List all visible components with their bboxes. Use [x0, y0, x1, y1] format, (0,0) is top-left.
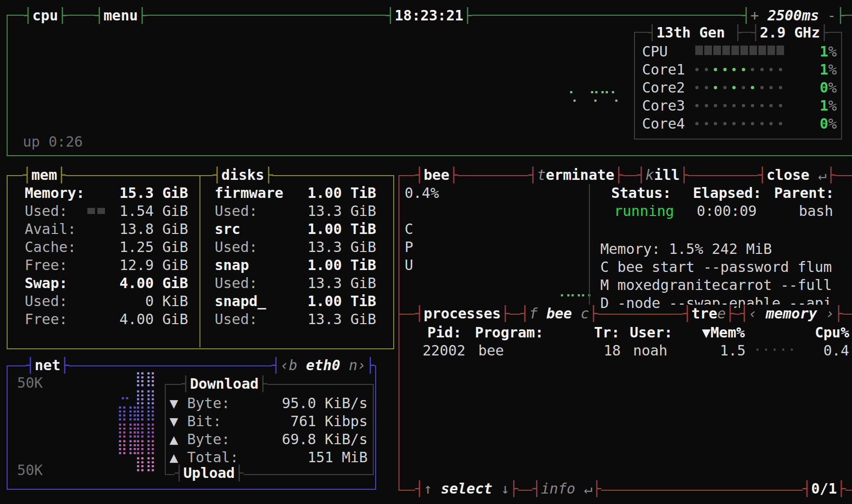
detail-title: ┤bee├ — [415, 166, 458, 184]
enter-key-icon: ↵ — [584, 480, 592, 497]
processes-panel-title[interactable]: ┤processes├ — [415, 305, 510, 323]
select-control[interactable]: ┤↑ select ↓├ — [415, 480, 518, 498]
net-panel-title[interactable]: ┤net├ — [26, 356, 69, 374]
refresh-plus-button[interactable]: + — [750, 7, 759, 24]
net-stats-subpanel — [165, 384, 374, 475]
enter-key-icon: ↵ — [818, 167, 826, 183]
close-button[interactable]: ┤close ↵├ — [758, 166, 835, 184]
disks-panel-title[interactable]: ┤disks├ — [213, 166, 273, 184]
iface-prev-button[interactable]: ‹b — [280, 357, 297, 373]
processes-panel — [398, 314, 852, 491]
mem-panel-title[interactable]: ┤mem├ — [23, 166, 66, 184]
cpu-core-subpanel — [634, 32, 842, 140]
menu-button[interactable]: ┤menu├ — [95, 7, 146, 25]
kill-button[interactable]: ┤kill├ — [637, 166, 688, 184]
cpu-panel-title[interactable]: ┤cpu├ — [24, 7, 66, 25]
mem-disks-divider — [199, 175, 200, 347]
upload-title: ┤Upload├ — [175, 464, 244, 482]
filter-input[interactable]: bee — [546, 305, 572, 322]
iface-next-button[interactable]: n› — [349, 357, 366, 373]
menu-label: menu — [104, 7, 138, 24]
process-count: ┤0/1├ — [803, 480, 845, 498]
iface-name: eth0 — [306, 357, 340, 373]
cpu-title-label: cpu — [32, 7, 58, 24]
filter-control[interactable]: ┤f bee c├ — [521, 305, 598, 323]
tree-toggle-button[interactable]: ┤tree├ — [683, 305, 734, 323]
sort-control: ┤‹ memory ›├ — [740, 305, 843, 323]
terminate-button[interactable]: ┤terminate├ — [529, 166, 623, 184]
sort-next-button[interactable]: › — [826, 305, 834, 322]
sort-prev-button[interactable]: ‹ — [748, 305, 757, 322]
arrow-up-icon[interactable]: ↑ — [424, 480, 432, 497]
btop-terminal: ┤cpu├ ┤menu├ ┤18:23:21├ ┤+ 2500ms -├ up … — [0, 0, 852, 504]
cpu-model-label: ┤13th Gen ├ — [648, 24, 742, 42]
refresh-value: 2500ms — [759, 7, 828, 24]
cpu-freq-label: ┤2.9 GHz├ — [751, 24, 829, 42]
refresh-rate-control: ┤+ 2500ms -├ — [742, 7, 845, 25]
download-title: ┤Download├ — [181, 375, 267, 393]
clock: ┤18:23:21├ — [386, 7, 472, 25]
refresh-minus-button[interactable]: - — [828, 7, 836, 24]
arrow-down-icon[interactable]: ↓ — [501, 480, 510, 497]
process-detail-panel — [398, 175, 852, 315]
mem-panel — [7, 175, 394, 349]
net-interface-switcher: ┤‹b eth0 n›├ — [272, 356, 375, 374]
info-button[interactable]: ┤info ↵├ — [532, 480, 601, 498]
sort-column-label: memory — [766, 305, 817, 322]
detail-divider — [589, 177, 590, 306]
